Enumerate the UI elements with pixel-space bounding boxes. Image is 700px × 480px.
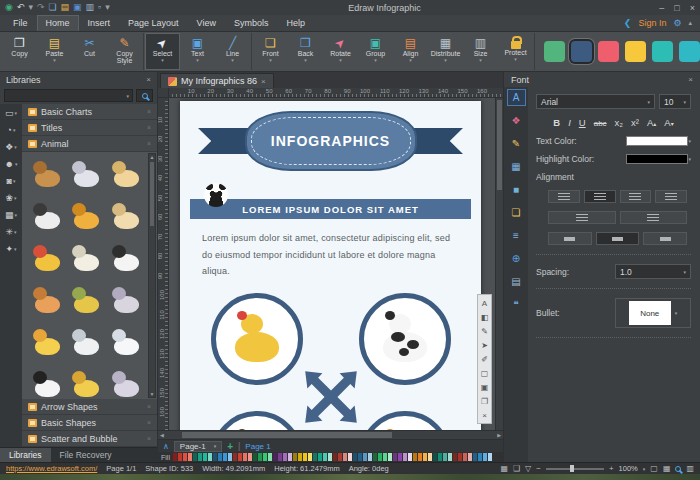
fill-tab-icon[interactable]: ■ [507,181,526,198]
grid-scrollbar[interactable]: ▲ ▼ [148,153,156,398]
cow-circle-shape[interactable] [359,293,451,385]
format-button-0[interactable]: B [553,117,560,128]
scroll-down-icon[interactable]: ▼ [149,391,155,397]
fill-swatch-6[interactable] [203,453,207,461]
new-file-icon[interactable]: ❏ [48,3,56,12]
search-button[interactable] [136,89,153,102]
fill-swatch-0[interactable] [173,453,177,461]
copy-style-button[interactable]: ✎Copy Style [107,33,142,70]
fill-swatch-62[interactable] [483,453,487,461]
library-group-close-icon[interactable]: × [147,435,151,442]
layers-tab-icon[interactable]: ❏ [507,204,526,221]
fill-swatch-16[interactable] [253,453,257,461]
fill-swatch-39[interactable] [368,453,372,461]
fill-swatch-3[interactable] [188,453,192,461]
format-button-3[interactable]: abc [594,119,607,128]
send-tool-icon[interactable]: ➤ [481,340,488,350]
library-shape-mouse[interactable] [109,284,143,317]
chevron-down-icon[interactable]: ▾ [683,269,686,275]
chevron-down-icon[interactable]: ▾ [479,58,482,63]
zoom-tool-icon[interactable] [675,466,681,472]
fill-swatch-40[interactable] [373,453,377,461]
edit-tool-icon[interactable]: ✎ [481,326,488,336]
close-tool-icon[interactable]: × [482,410,487,420]
fill-swatch-13[interactable] [238,453,242,461]
library-group-arrow-shapes[interactable]: Arrow Shapes× [22,399,157,415]
fill-swatch-44[interactable] [393,453,397,461]
fill-swatch-18[interactable] [263,453,267,461]
maximize-button[interactable]: □ [674,3,679,13]
fit-width-icon[interactable]: ▦ [663,464,671,473]
fill-swatch-5[interactable] [198,453,202,461]
library-group-close-icon[interactable]: × [147,403,151,410]
fill-swatch-59[interactable] [468,453,472,461]
comment-tab-icon[interactable]: ❝ [507,296,526,313]
scroll-right-icon[interactable]: ▶ [497,431,501,439]
font-size-select[interactable]: 10 ▾ [659,94,691,109]
rooster-circle-shape[interactable] [211,293,303,385]
highlight-color-swatch[interactable] [626,154,688,164]
zoom-slider-thumb[interactable] [570,465,574,472]
gear-icon[interactable]: ⚙ [673,18,681,28]
fill-swatch-57[interactable] [458,453,462,461]
save-icon[interactable]: ▣ [73,3,82,12]
open-icon[interactable]: ▤ [61,3,70,12]
library-search-input[interactable]: ▾ [4,89,133,102]
chevron-down-icon[interactable]: ▾ [53,58,56,63]
page-view-icon[interactable]: ❏ [513,464,520,473]
fill-swatch-10[interactable] [223,453,227,461]
rotate-button[interactable]: ➤Rotate▾ [323,33,358,70]
theme-swatch-2[interactable] [598,41,619,62]
fill-swatch-61[interactable] [478,453,482,461]
format-button-7[interactable]: A▾ [664,117,673,128]
libraries-close-icon[interactable]: × [146,75,151,84]
page-tab-caret-icon[interactable]: ▾ [214,443,217,449]
format-button-5[interactable]: x² [631,117,639,128]
document-tab[interactable]: My Infographics 86 × [160,73,274,88]
body-text[interactable]: Lorem ipsum dolor sit amet, consectetur … [202,230,459,280]
fill-swatch-12[interactable] [233,453,237,461]
qa-caret[interactable]: ▾ [105,3,110,12]
normal-view-icon[interactable]: ▦ [500,464,508,473]
text-color-swatch[interactable] [626,136,688,146]
zoom-in-button[interactable]: + [609,464,614,473]
fill-swatch-47[interactable] [408,453,412,461]
fill-swatch-9[interactable] [218,453,222,461]
zoom-slider[interactable] [546,468,604,470]
copy-button[interactable]: ❐Copy [2,33,37,70]
fill-swatch-53[interactable] [438,453,442,461]
more-icon[interactable]: ▫ [98,3,101,12]
animals-category-icon[interactable]: ❖▾ [5,143,17,152]
fill-swatch-15[interactable] [248,453,252,461]
chevron-down-icon[interactable]: ▾ [647,99,650,105]
fill-swatch-7[interactable] [208,453,212,461]
text-button[interactable]: ▣Text▾ [180,33,215,70]
chevron-down-icon[interactable]: ▾ [683,99,686,105]
chevron-down-icon[interactable]: ▾ [339,58,342,63]
charts-category-icon[interactable]: ◔▾ [7,126,16,135]
ideas-category-icon[interactable]: ✦▾ [5,245,16,254]
chevron-down-icon[interactable]: ▾ [514,57,517,62]
chevron-down-icon[interactable]: ▾ [304,58,307,63]
library-shape-giraffe[interactable] [70,200,104,233]
frame-tool-icon[interactable]: ▢ [481,368,489,378]
four-way-arrow-shape[interactable] [293,359,369,430]
brush-tool-icon[interactable]: ✐ [481,354,488,364]
zoom-level[interactable]: 100% [619,464,638,473]
menu-item-file[interactable]: File [4,15,37,31]
font-panel-close-icon[interactable]: × [688,75,693,84]
fill-swatch-56[interactable] [453,453,457,461]
scroll-left-icon[interactable]: ◀ [160,431,164,439]
theme-swatch-5[interactable] [679,41,700,62]
redo-icon[interactable]: ↷ [37,3,45,12]
increase-indent-button[interactable] [620,211,688,224]
fill-swatch-11[interactable] [228,453,232,461]
align-middle-button[interactable] [596,232,640,245]
library-shape-snake[interactable] [70,368,104,399]
fill-swatch-4[interactable] [193,453,197,461]
network-category-icon[interactable]: ✳▾ [5,228,16,237]
fill-swatch-1[interactable] [178,453,182,461]
close-button[interactable]: × [690,3,695,13]
fill-swatch-21[interactable] [278,453,282,461]
fill-swatch-8[interactable] [213,453,217,461]
